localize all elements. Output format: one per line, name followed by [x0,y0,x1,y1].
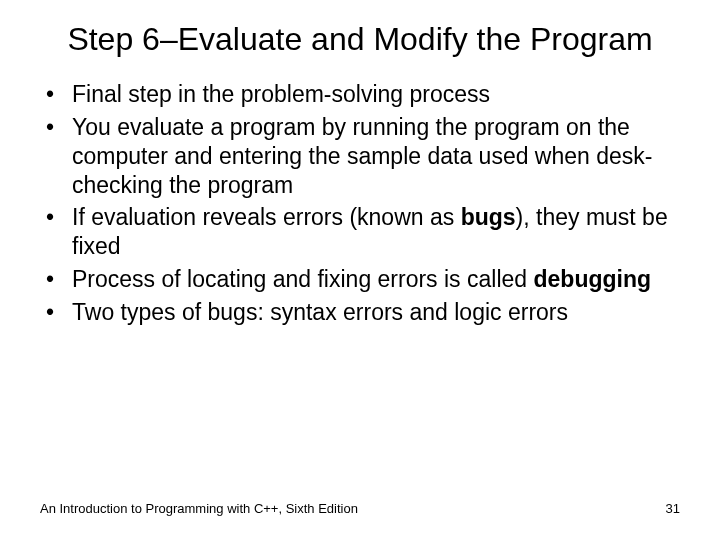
page-number: 31 [666,501,680,516]
slide: Step 6–Evaluate and Modify the Program F… [0,0,720,540]
list-item: Process of locating and fixing errors is… [40,265,680,294]
footer-text: An Introduction to Programming with C++,… [40,501,358,516]
bullet-list: Final step in the problem-solving proces… [40,80,680,326]
slide-body: Final step in the problem-solving proces… [0,68,720,326]
list-item: Final step in the problem-solving proces… [40,80,680,109]
list-item: If evaluation reveals errors (known as b… [40,203,680,261]
slide-footer: An Introduction to Programming with C++,… [40,501,680,516]
list-item: You evaluate a program by running the pr… [40,113,680,199]
slide-title: Step 6–Evaluate and Modify the Program [0,0,720,68]
list-item: Two types of bugs: syntax errors and log… [40,298,680,327]
